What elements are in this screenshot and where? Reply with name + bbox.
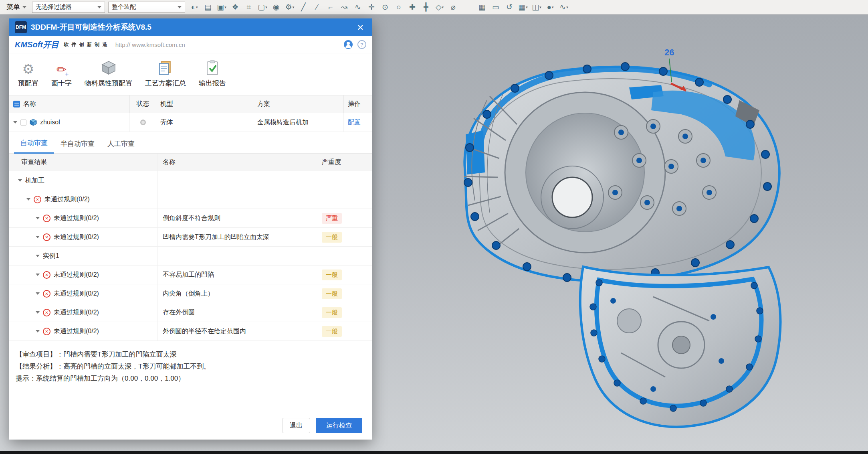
expander-icon[interactable] (13, 121, 17, 124)
result-row[interactable]: 未通过规则(0/2) (9, 190, 372, 209)
result-row[interactable]: 机加工 (9, 171, 372, 190)
tab-auto-review[interactable]: 自动审查 (14, 138, 54, 154)
spline-tool-icon[interactable]: ∿▾ (558, 1, 570, 13)
material-preset-button[interactable]: 物料属性预配置 (78, 59, 139, 88)
result-row[interactable]: 未通过规则(0/2) 存在外倒圆 一般 (9, 303, 372, 322)
exit-button[interactable]: 退出 (282, 418, 310, 433)
user-icon[interactable] (344, 40, 353, 49)
expander-icon[interactable] (36, 255, 40, 257)
curve-icon[interactable]: ↝ (338, 1, 350, 13)
assembly-scope-value: 整个装配 (112, 3, 136, 11)
point-icon[interactable]: ✚ (406, 1, 418, 13)
result-row[interactable]: 未通过规则(0/2) 内尖角（倒角上） 一般 (9, 284, 372, 303)
col-severity: 严重度 (322, 158, 341, 166)
fail-icon (43, 233, 50, 241)
brand-url: http:// www.kmsoft.com.cn (115, 41, 339, 48)
model-row[interactable]: zhuisol 壳体 金属模铸造后机加 配置 (9, 113, 372, 132)
menu-label: 菜单 (6, 2, 20, 12)
diamond-tool-icon[interactable]: ◇▾ (434, 1, 446, 13)
cylinder-icon[interactable]: ◫▾ (531, 1, 543, 13)
expander-icon[interactable] (36, 330, 40, 332)
datum-cross-icon[interactable]: ╋ (420, 1, 432, 13)
result-row[interactable]: 未通过规则(0/2) 外倒圆的半径不在给定范围内 一般 (9, 322, 372, 341)
matrix-icon[interactable]: ▦▾ (517, 1, 529, 13)
severity-badge: 一般 (322, 288, 342, 299)
fail-icon (43, 309, 50, 316)
result-row[interactable]: 实例1 (9, 247, 372, 266)
toolbar-icon-group-2: ▦▭↺▦▾◫▾●▾∿▾ (476, 1, 570, 13)
expander-icon[interactable] (18, 179, 22, 182)
brand-bar: KMSoft开目 软 件 创 新 制 造 http:// www.kmsoft.… (9, 36, 372, 53)
kmsoft-logo: KMSoft开目 (15, 39, 59, 50)
grid-snap-icon[interactable]: ⌗ (243, 1, 255, 13)
part-cube-icon (30, 119, 37, 126)
polyline-icon[interactable]: ⌐ (325, 1, 337, 13)
expander-icon[interactable] (36, 217, 40, 219)
tab-semi-auto-review[interactable]: 半自动审查 (54, 139, 101, 153)
shading-mode-icon[interactable]: ◐▾ (188, 1, 200, 13)
severity-badge: 一般 (322, 307, 342, 318)
line-segment-icon[interactable]: ∕ (311, 1, 323, 13)
expander-icon[interactable] (36, 292, 40, 295)
layers-icon[interactable]: ▤ (202, 1, 214, 13)
menu-button[interactable]: 菜单 (4, 2, 29, 12)
dfm-dialog: DFM 3DDFM-开目可制造性分析系统V8.5 ✕ KMSoft开目 软 件 … (9, 18, 372, 440)
model-table-header: 名称 状态 机型 方案 操作 (9, 95, 372, 113)
part-name: zhuisol (40, 119, 60, 126)
dialog-footer: 退出 运行检查 (9, 415, 372, 440)
help-icon[interactable]: ? (357, 40, 366, 49)
revolve-icon[interactable]: ↺ (503, 1, 515, 13)
preset-config-button[interactable]: ⚙ 预配置 (12, 59, 45, 88)
circle-icon[interactable]: ○ (393, 1, 405, 13)
center-cross-icon[interactable]: ✛ (365, 1, 377, 13)
tab-manual-review[interactable]: 人工审查 (101, 139, 141, 153)
model-table: 名称 状态 机型 方案 操作 zhuisol 壳体 (9, 95, 372, 132)
line-icon[interactable]: ╱ (297, 1, 309, 13)
pattern-icon[interactable]: ❖ (229, 1, 241, 13)
dialog-titlebar[interactable]: DFM 3DDFM-开目可制造性分析系统V8.5 ✕ (9, 18, 372, 36)
fail-icon (43, 328, 50, 335)
fail-icon (43, 290, 50, 298)
draw-cross-button[interactable]: ✏＋ 画十字 (45, 59, 78, 88)
expander-icon[interactable] (36, 236, 40, 238)
col-machine-type: 机型 (160, 100, 173, 108)
output-report-button[interactable]: 输出报告 (192, 59, 232, 88)
assembly-scope-dropdown[interactable]: 整个装配 (108, 2, 185, 13)
image-plane-icon[interactable]: ▣▾ (216, 1, 228, 13)
spline-icon[interactable]: ∿ (352, 1, 364, 13)
severity-badge: 一般 (322, 270, 342, 280)
gearbox-housing-model[interactable]: 26 (405, 40, 818, 449)
process-summary-button[interactable]: 工艺方案汇总 (139, 59, 192, 88)
close-icon[interactable]: ✕ (354, 22, 366, 32)
col-review-result: 审查结果 (21, 158, 47, 166)
cube-icon (101, 59, 117, 76)
app-toolbar: 菜单 无选择过滤器 整个装配 ◐▾▤▣▾❖⌗▢▾◉⚙▾╱∕⌐↝∿✛⊙○✚╋◇▾⌀… (0, 0, 868, 14)
plan-value: 金属模铸造后机加 (257, 118, 309, 127)
expander-icon[interactable] (36, 311, 40, 314)
col-rule-name: 名称 (163, 158, 176, 166)
result-row[interactable]: 未通过规则(0/2) 凹槽内需要T形刀加工的凹陷立面太深 一般 (9, 228, 372, 247)
col-name: 名称 (23, 100, 36, 108)
result-table-header: 审查结果 名称 严重度 (9, 154, 372, 171)
expander-icon[interactable] (26, 198, 30, 201)
circle-center-icon[interactable]: ⊙ (379, 1, 391, 13)
row-checkbox[interactable] (20, 120, 26, 126)
table-icon[interactable]: ▦ (476, 1, 488, 13)
result-row[interactable]: 未通过规则(0/2) 倒角斜度不符合规则 严重 (9, 209, 372, 228)
selection-filter-dropdown[interactable]: 无选择过滤器 (32, 2, 105, 13)
configure-link[interactable]: 配置 (348, 118, 361, 127)
expander-icon[interactable] (36, 274, 40, 276)
selection-box-icon[interactable]: ▢▾ (256, 1, 268, 13)
result-detail-panel: 【审查项目】：凹槽内需要T形刀加工的凹陷立面太深 【结果分析】：高亮的凹槽的立面… (9, 341, 372, 415)
run-check-button[interactable]: 运行检查 (316, 418, 362, 433)
target-icon[interactable]: ◉ (270, 1, 282, 13)
brand-tagline: 软 件 创 新 制 造 (64, 41, 108, 48)
select-all-checkbox[interactable] (13, 101, 20, 107)
result-row[interactable]: 未通过规则(0/2) 不容易加工的凹陷 一般 (9, 266, 372, 284)
sphere-icon[interactable]: ●▾ (544, 1, 556, 13)
selection-filter-value: 无选择过滤器 (36, 3, 72, 11)
col-status: 状态 (137, 100, 149, 108)
settings-gear-icon[interactable]: ⚙▾ (284, 1, 296, 13)
diameter-icon[interactable]: ⌀ (447, 1, 459, 13)
frame-icon[interactable]: ▭ (490, 1, 502, 13)
